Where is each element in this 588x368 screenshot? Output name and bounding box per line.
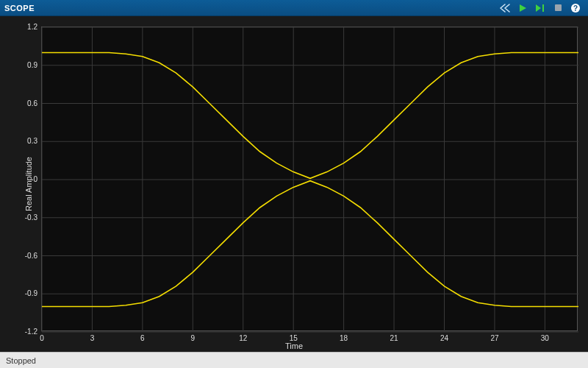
svg-text:6: 6 <box>140 334 145 342</box>
step-button[interactable] <box>532 1 548 15</box>
titlebar: SCOPE ? <box>0 0 588 16</box>
stop-button[interactable] <box>550 1 566 15</box>
help-icon: ? <box>570 3 581 13</box>
svg-text:-0.3: -0.3 <box>25 213 38 222</box>
svg-text:27: 27 <box>490 334 499 342</box>
svg-text:30: 30 <box>541 334 550 342</box>
stop-icon <box>554 4 562 12</box>
back-chevrons-icon <box>498 3 512 13</box>
chart-canvas: -1.2-0.9-0.6-0.300.30.60.91.203691215182… <box>1 17 588 353</box>
svg-text:21: 21 <box>390 334 399 342</box>
svg-rect-1 <box>555 4 562 11</box>
svg-text:?: ? <box>573 4 578 12</box>
svg-text:3: 3 <box>90 334 95 342</box>
svg-text:24: 24 <box>440 334 449 342</box>
svg-text:-1.2: -1.2 <box>25 328 38 336</box>
svg-text:12: 12 <box>239 334 248 342</box>
svg-text:-0.9: -0.9 <box>25 289 38 297</box>
play-icon <box>518 4 527 13</box>
play-button[interactable] <box>514 1 531 15</box>
svg-text:0: 0 <box>33 175 37 183</box>
status-text: Stopped <box>6 356 36 365</box>
back-button[interactable] <box>497 1 513 15</box>
statusbar: Stopped <box>0 352 588 368</box>
plot-area: Real Amplitude Time -1.2-0.9-0.6-0.300.3… <box>0 16 588 352</box>
svg-text:0.6: 0.6 <box>27 99 37 107</box>
svg-text:9: 9 <box>191 334 196 342</box>
svg-text:18: 18 <box>340 334 348 342</box>
svg-text:0.9: 0.9 <box>27 61 37 69</box>
svg-text:0: 0 <box>40 334 44 342</box>
window-title: SCOPE <box>4 4 495 13</box>
svg-rect-0 <box>542 4 544 12</box>
step-forward-icon <box>535 4 545 13</box>
svg-text:15: 15 <box>290 334 298 342</box>
svg-text:0.3: 0.3 <box>27 137 37 145</box>
chart-axes[interactable]: -1.2-0.9-0.6-0.300.30.60.91.203691215182… <box>41 26 578 331</box>
svg-text:-0.6: -0.6 <box>25 252 38 260</box>
svg-text:1.2: 1.2 <box>27 23 37 31</box>
help-button[interactable]: ? <box>567 1 584 15</box>
